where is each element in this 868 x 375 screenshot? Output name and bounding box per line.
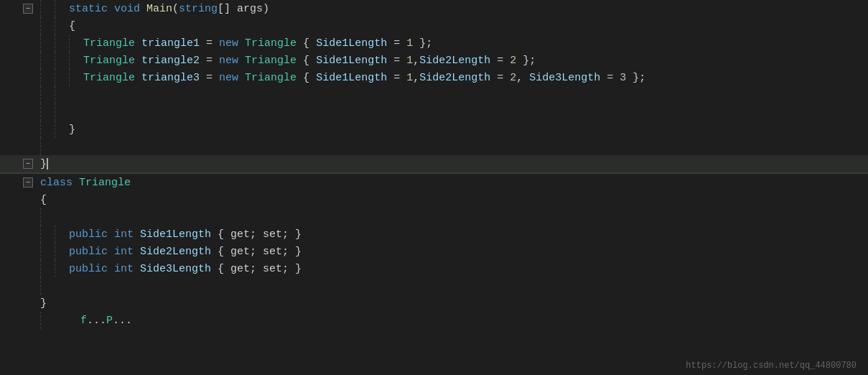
code-line-2: { [0,17,868,34]
code-line-17 [0,277,868,295]
line-content-16: public int Side3Length { get; set; } [37,260,868,277]
watermark: https://blog.csdn.net/qq_44800780 [686,361,857,371]
line-content-15: public int Side2Length { get; set; } [37,243,868,260]
line-content-12: { [37,191,868,208]
code-line-14: public int Side1Length { get; set; } [0,226,868,243]
line-content-19: f...P... [37,312,868,329]
code-line-15: public int Side2Length { get; set; } [0,243,868,260]
code-line-9 [0,138,868,155]
line-content-8: } [37,121,868,138]
code-line-1: − static void Main(string[] args) [0,0,868,17]
code-line-19: f...P... [0,312,868,329]
line-content-7 [37,103,868,121]
line-content-18: } [37,295,868,312]
code-line-6 [0,86,868,103]
line-content-1: static void Main(string[] args) [37,0,868,17]
code-line-4: Triangle triangle2 = new Triangle { Side… [0,52,868,69]
code-line-11: − class Triangle [0,174,868,191]
code-line-16: public int Side3Length { get; set; } [0,260,868,277]
code-line-10: − } [0,155,868,172]
code-area: − static void Main(string[] args) { Tria… [0,0,868,375]
line-content-10: } [37,155,868,172]
code-line-5: Triangle triangle3 = new Triangle { Side… [0,69,868,86]
code-line-8: } [0,121,868,138]
code-line-18: } [0,295,868,312]
fold-button-1[interactable]: − [23,4,33,14]
line-content-13 [37,208,868,226]
line-content-5: Triangle triangle3 = new Triangle { Side… [37,69,868,86]
line-content-3: Triangle triangle1 = new Triangle { Side… [37,34,868,52]
code-line-3: Triangle triangle1 = new Triangle { Side… [0,34,868,52]
fold-button-11[interactable]: − [23,177,33,188]
code-editor: − static void Main(string[] args) { Tria… [0,0,868,375]
code-line-12: { [0,191,868,208]
fold-button-10[interactable]: − [23,159,33,169]
line-content-14: public int Side1Length { get; set; } [37,226,868,243]
line-content-9 [37,138,868,155]
line-content-4: Triangle triangle2 = new Triangle { Side… [37,52,868,69]
code-line-7 [0,103,868,121]
line-content-6 [37,86,868,103]
code-line-13 [0,208,868,226]
line-content-11: class Triangle [37,174,868,191]
text-cursor [47,158,48,170]
line-content-2: { [37,17,868,34]
line-content-17 [37,277,868,295]
